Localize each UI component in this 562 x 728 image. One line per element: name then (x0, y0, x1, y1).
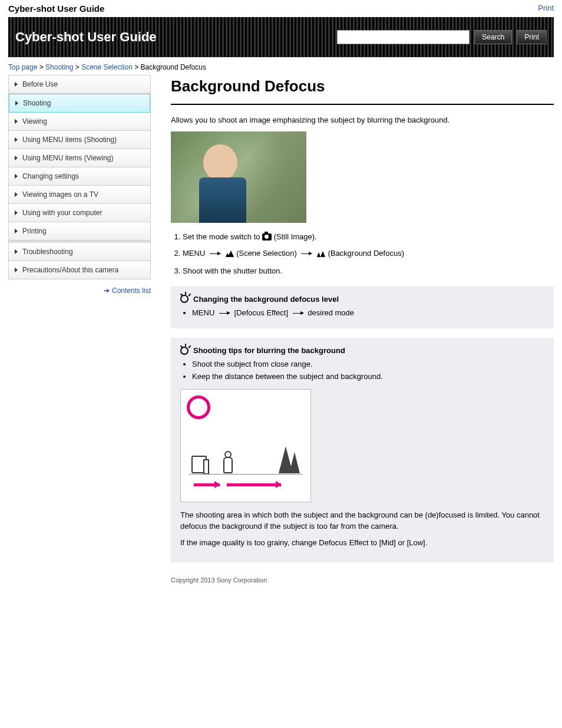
step-text: Set the mode switch to (183, 232, 262, 241)
sidebar-item-before-use[interactable]: Before Use (9, 75, 150, 94)
diagram-arrow-far (227, 483, 281, 486)
sidebar-item-menu-shooting[interactable]: Using MENU items (Shooting) (9, 131, 150, 149)
tip-text: [Defocus Effect] (234, 308, 290, 317)
intro-text: Allows you to shoot an image emphasizing… (171, 116, 554, 124)
sidebar-item-tv[interactable]: Viewing images on a TV (9, 186, 150, 204)
sidebar-item-precautions[interactable]: Precautions/About this camera (9, 261, 150, 279)
tip-box-defocus-level: Changing the background defocus level ME… (171, 286, 554, 329)
sample-photo (171, 131, 306, 223)
background-defocus-icon (316, 249, 326, 261)
brand-text: Cyber-shot User Guide (8, 4, 104, 14)
tip-paragraph: If the image quality is too grainy, chan… (180, 537, 544, 549)
svg-point-0 (230, 254, 233, 257)
arrow-right-icon (210, 253, 220, 254)
arrow-right-icon: ➔ (104, 286, 110, 295)
step-2: MENU (Scene Selection) (Background Defoc… (183, 248, 554, 261)
chevron-right-icon (15, 174, 18, 179)
step-text: (Still Image). (274, 232, 317, 241)
diagram-camera-icon (191, 456, 207, 473)
sidebar-item-label: Troubleshooting (22, 248, 73, 256)
tip-text: desired mode (308, 308, 354, 317)
chevron-right-icon (15, 82, 18, 87)
chevron-right-icon (15, 137, 18, 142)
chevron-right-icon (15, 156, 18, 160)
arrow-right-icon (301, 253, 312, 254)
sidebar-item-menu-viewing[interactable]: Using MENU items (Viewing) (9, 149, 150, 167)
title-rule (171, 104, 554, 105)
chevron-right-icon (15, 192, 18, 197)
tip-bullet: Shoot the subject from close range. (192, 358, 544, 371)
defocus-diagram (180, 389, 311, 502)
search-button[interactable]: Search (474, 30, 512, 44)
camera-icon (262, 233, 272, 241)
scene-selection-icon (225, 249, 234, 261)
tip-paragraph: The shooting area in which both the subj… (180, 509, 544, 532)
tip-icon (180, 347, 189, 355)
print-link-top[interactable]: Print (538, 4, 554, 12)
step-text: (Scene Selection) (236, 249, 299, 258)
tip-bullet: MENU [Defocus Effect] desired mode (192, 307, 544, 319)
page-title: Background Defocus (171, 77, 554, 95)
sidebar-menu: Before Use Shooting Viewing Using MENU i… (8, 75, 151, 279)
arrow-right-icon (293, 313, 303, 314)
diagram-person-icon (223, 451, 233, 473)
step-1: Set the mode switch to (Still Image). (183, 231, 554, 243)
crumb-current: Background Defocus (141, 63, 206, 71)
breadcrumb: Top page > Shooting > Scene Selection > … (8, 63, 554, 71)
sidebar-item-computer[interactable]: Using with your computer (9, 204, 150, 222)
step-3: Shoot with the shutter button. (183, 265, 554, 277)
sidebar-item-label: Using MENU items (Viewing) (22, 154, 113, 162)
sidebar-item-label: Shooting (23, 99, 51, 107)
sidebar-item-settings[interactable]: Changing settings (9, 167, 150, 186)
chevron-right-icon (15, 101, 18, 106)
sidebar-item-label: Changing settings (22, 172, 79, 180)
contents-list-link[interactable]: ➔Contents list (8, 286, 151, 295)
sidebar-item-label: Using with your computer (22, 209, 102, 217)
chevron-right-icon (15, 119, 18, 124)
tip-bullet: Keep the distance between the subject an… (192, 371, 544, 383)
header-band: Cyber-shot User Guide Search Print (8, 17, 554, 57)
tip-box-shooting-tips: Shooting tips for blurring the backgroun… (171, 338, 554, 562)
header-title: Cyber-shot User Guide (15, 29, 337, 45)
sidebar-item-printing[interactable]: Printing (9, 222, 150, 241)
diagram-trees-icon (279, 446, 300, 473)
print-button[interactable]: Print (517, 30, 547, 44)
chevron-right-icon (15, 249, 18, 254)
sidebar-item-viewing[interactable]: Viewing (9, 113, 150, 131)
tip-icon (180, 295, 189, 303)
steps-list: Set the mode switch to (Still Image). ME… (183, 231, 554, 277)
sidebar-item-label: Before Use (22, 80, 58, 88)
sidebar-item-label: Precautions/About this camera (22, 266, 118, 274)
crumb-scene[interactable]: Scene Selection (81, 63, 133, 71)
copyright: Copyright 2013 Sony Corporation (171, 577, 554, 584)
diagram-arrow-near (194, 483, 220, 486)
sidebar-item-label: Printing (22, 227, 47, 235)
tip-title: Changing the background defocus level (193, 295, 339, 304)
diagram-marker-circle (187, 396, 210, 419)
crumb-top[interactable]: Top page (8, 63, 37, 71)
step-text: (Background Defocus) (328, 249, 404, 258)
sidebar-item-label: Viewing (22, 117, 47, 126)
search-input[interactable] (337, 30, 470, 44)
tip-title: Shooting tips for blurring the backgroun… (193, 346, 345, 355)
arrow-right-icon (219, 313, 230, 314)
step-text: MENU (183, 249, 207, 258)
chevron-right-icon (15, 210, 18, 215)
crumb-shooting[interactable]: Shooting (45, 63, 73, 71)
sidebar-item-shooting[interactable]: Shooting (9, 94, 150, 113)
sidebar-item-label: Using MENU items (Shooting) (22, 136, 117, 144)
sidebar-item-troubleshooting[interactable]: Troubleshooting (9, 243, 150, 261)
sidebar-item-label: Viewing images on a TV (22, 190, 98, 199)
svg-point-1 (318, 254, 320, 257)
chevron-right-icon (15, 268, 18, 272)
tip-text: MENU (192, 308, 217, 317)
chevron-right-icon (15, 229, 18, 233)
contents-list-label: Contents list (112, 286, 151, 295)
